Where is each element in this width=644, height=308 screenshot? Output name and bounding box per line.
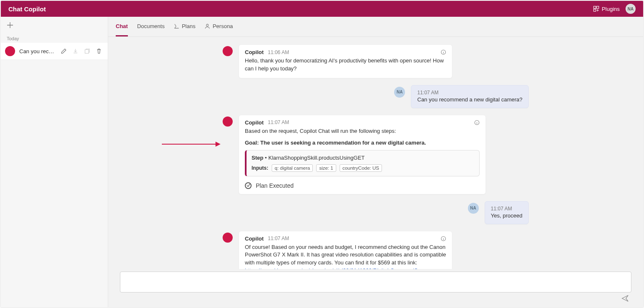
message-text: Hello, thank you for democratizing AI's …	[245, 57, 446, 73]
plan-step-line: Step • KlarnaShoppingSkill.productsUsing…	[252, 155, 474, 161]
plugins-icon	[593, 6, 599, 12]
annotation-arrow-icon	[162, 140, 221, 148]
plans-icon	[174, 23, 179, 29]
sidebar: Today Can you recom…	[1, 17, 108, 307]
message-bubble: 11:07 AM Yes, proceed	[485, 201, 529, 224]
chat-item-dot-icon	[5, 46, 15, 56]
plugins-label: Plugins	[602, 6, 620, 12]
sidebar-chat-item[interactable]: Can you recom…	[1, 43, 108, 60]
message-sender: Copilot	[245, 119, 264, 126]
message-time: 11:07 AM	[268, 119, 289, 125]
message-bot-3: Copilot 11:07 AM Of course! Based on you…	[223, 231, 529, 269]
rec-text: Of course! Based on your needs and budge…	[245, 244, 446, 266]
message-time: 11:07 AM	[417, 90, 522, 96]
message-time: 11:07 AM	[268, 236, 289, 241]
body: Today Can you recom…	[1, 17, 643, 307]
composer-area	[108, 269, 643, 307]
rec-link[interactable]: https://www.klarna.com/us/shopping/pl/cl…	[245, 267, 432, 269]
step-separator: •	[265, 155, 268, 161]
message-user-2: NA 11:07 AM Yes, proceed	[223, 201, 529, 224]
plan-intro: Based on the request, Copilot Chat will …	[245, 127, 480, 135]
message-bubble: 11:07 AM Can you recommend a new digital…	[411, 85, 529, 108]
tab-chat[interactable]: Chat	[116, 17, 128, 36]
info-icon[interactable]	[474, 120, 480, 125]
edit-icon[interactable]	[61, 48, 68, 54]
download-icon	[73, 48, 80, 54]
input-chip-q: q: digital camera	[272, 164, 313, 172]
message-bubble: Copilot 11:06 AM Hello, thank you for de…	[239, 44, 452, 78]
svg-marker-6	[216, 142, 221, 147]
tab-plans[interactable]: Plans	[174, 17, 196, 36]
svg-rect-1	[597, 6, 599, 8]
user-avatar-header[interactable]: NA	[626, 4, 636, 14]
conversation[interactable]: Copilot 11:06 AM Hello, thank you for de…	[108, 37, 643, 269]
send-button[interactable]	[621, 295, 629, 302]
svg-rect-2	[594, 9, 596, 11]
plan-executed-row: Plan Executed	[245, 182, 480, 189]
input-chip-size: size: 1	[316, 164, 336, 172]
app-header: Chat Copilot Plugins NA	[1, 1, 643, 17]
bot-avatar-icon	[223, 116, 233, 127]
info-icon[interactable]	[441, 236, 446, 241]
plan-goal: Goal: The user is seeking a recommendati…	[245, 140, 480, 146]
persona-icon	[205, 23, 210, 29]
tab-documents[interactable]: Documents	[137, 17, 165, 36]
message-text: Of course! Based on your needs and budge…	[245, 243, 446, 269]
plan-executed-label: Plan Executed	[256, 182, 293, 189]
sidebar-section-label: Today	[1, 34, 108, 43]
tab-plans-label: Plans	[182, 23, 196, 29]
message-bubble: Copilot 11:07 AM Of course! Based on you…	[239, 231, 452, 269]
message-bot-2: Copilot 11:07 AM Based on the request, C…	[223, 115, 529, 194]
svg-rect-0	[594, 6, 596, 8]
delete-icon[interactable]	[96, 48, 104, 54]
chat-item-title: Can you recom…	[19, 48, 57, 54]
bot-avatar-icon	[223, 233, 233, 243]
tab-persona[interactable]: Persona	[205, 17, 233, 36]
share-icon	[84, 48, 92, 54]
message-sender: Copilot	[245, 49, 264, 55]
message-bubble: Copilot 11:07 AM Based on the request, C…	[239, 115, 486, 194]
info-icon[interactable]	[441, 49, 446, 55]
tab-documents-label: Documents	[137, 23, 165, 29]
message-time: 11:06 AM	[268, 49, 289, 55]
message-bot-1: Copilot 11:06 AM Hello, thank you for de…	[223, 44, 529, 78]
plan-step-box: Step • KlarnaShoppingSkill.productsUsing…	[245, 150, 480, 176]
message-sender: Copilot	[245, 236, 264, 242]
inputs-label: Inputs:	[252, 165, 268, 171]
message-time: 11:07 AM	[491, 206, 522, 212]
input-chip-country: countryCode: US	[340, 164, 382, 172]
message-input[interactable]	[120, 272, 631, 292]
sidebar-top	[1, 17, 108, 34]
main: Chat Documents Plans Persona	[108, 17, 643, 307]
svg-rect-3	[85, 50, 89, 54]
header-right: Plugins NA	[593, 4, 636, 14]
step-name: KlarnaShoppingSkill.productsUsingGET	[268, 155, 365, 161]
message-user-1: NA 11:07 AM Can you recommend a new digi…	[223, 85, 529, 108]
message-text: Yes, proceed	[491, 212, 522, 219]
app-root: Chat Copilot Plugins NA To	[0, 0, 644, 308]
user-avatar-icon: NA	[394, 87, 405, 98]
new-chat-button[interactable]	[7, 22, 102, 28]
svg-point-4	[206, 24, 208, 26]
app-title: Chat Copilot	[8, 5, 46, 13]
bot-avatar-icon	[223, 46, 233, 56]
tab-persona-label: Persona	[213, 23, 233, 29]
user-avatar-icon: NA	[468, 203, 479, 214]
step-label: Step	[252, 155, 263, 161]
tab-chat-label: Chat	[116, 23, 128, 29]
plugins-button[interactable]: Plugins	[593, 6, 620, 12]
tabs: Chat Documents Plans Persona	[108, 17, 643, 37]
check-circle-icon	[245, 182, 252, 189]
message-text: Can you recommend a new digital camera?	[417, 96, 522, 103]
plan-inputs: Inputs: q: digital camera size: 1 countr…	[252, 164, 474, 172]
